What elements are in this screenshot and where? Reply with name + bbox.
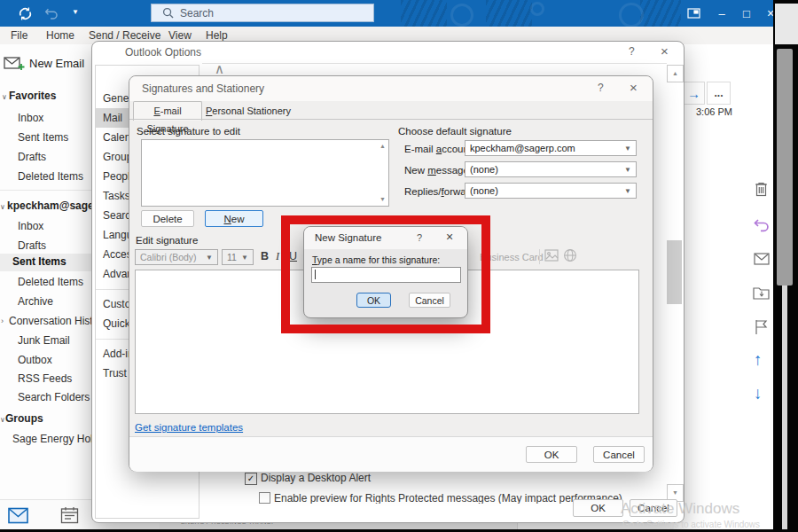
more-icon: ... (714, 87, 723, 99)
italic-button[interactable]: I (276, 250, 279, 263)
font-name-combo[interactable]: Calibri (Body) ▼ (135, 249, 218, 265)
email-account-combo[interactable]: kpeckham@sagerp.com ▼ (465, 140, 637, 156)
new-email-icon (4, 55, 25, 73)
options-ok-button[interactable]: OK (573, 499, 623, 517)
font-size-combo[interactable]: 11 ▼ (222, 249, 254, 265)
tab-view[interactable]: View (168, 29, 192, 42)
bold-button[interactable]: B (261, 250, 269, 262)
tab-home[interactable]: Home (46, 29, 74, 42)
sidebar-item-sent-items[interactable]: Sent Items (18, 131, 68, 144)
delete-signature-button[interactable]: Delete (141, 210, 194, 227)
expand-caret-icon[interactable]: › (1, 317, 4, 325)
favorites-header[interactable]: Favorites (9, 90, 56, 102)
sidebar-item-sent-items-selected[interactable]: Sent Items (12, 255, 66, 268)
tab-file[interactable]: File (11, 29, 27, 42)
combo-caret-icon: ▼ (206, 254, 213, 262)
tab-divider (129, 119, 653, 120)
delete-message-icon[interactable] (754, 181, 769, 197)
nav-calendar-icon[interactable] (60, 506, 79, 524)
font-size-value: 11 (227, 252, 241, 262)
tab-send-receive[interactable]: Send / Receive (89, 29, 160, 42)
groups-header[interactable]: Groups (5, 412, 43, 425)
forward-button[interactable]: → (683, 82, 705, 105)
search-icon (162, 7, 174, 19)
signature-templates-link[interactable]: Get signature templates (135, 422, 243, 433)
signatures-help-icon[interactable]: ? (598, 82, 604, 94)
new-signature-button[interactable]: New (205, 210, 263, 227)
nav-mail-icon[interactable] (8, 507, 29, 524)
scrollbar-thumb[interactable] (777, 49, 793, 286)
replies-forwards-value: (none) (470, 185, 624, 196)
options-content-edge (202, 63, 667, 64)
quick-access-caret-icon[interactable]: ▼ (72, 8, 79, 16)
sidebar-item-drafts[interactable]: Drafts (18, 151, 46, 163)
send-receive-icon[interactable] (18, 6, 33, 21)
tab-personal-stationery[interactable]: Personal Stationery (206, 103, 291, 120)
desktop-alert-checkbox[interactable]: ✓ (245, 473, 257, 485)
move-to-folder-icon[interactable] (753, 286, 770, 300)
rights-preview-label: Enable preview for Rights Protected mess… (274, 492, 622, 504)
sidebar-item-archive[interactable]: Archive (18, 295, 53, 308)
signatures-dialog-title: Signatures and Stationery (142, 82, 264, 95)
signatures-close-icon[interactable]: × (630, 80, 638, 95)
titlebar: ▼ Search – □ × (0, 0, 773, 27)
forward-arrow-icon: → (687, 86, 700, 101)
options-scrollbar-thumb[interactable] (667, 240, 682, 304)
undo-action-icon[interactable] (753, 218, 770, 233)
sidebar-item-inbox-2[interactable]: Inbox (18, 220, 43, 232)
signatures-cancel-button[interactable]: Cancel (593, 446, 645, 463)
tab-help[interactable]: Help (206, 29, 228, 42)
combo-caret-icon: ▼ (624, 145, 631, 153)
replies-forwards-combo[interactable]: (none) ▼ (465, 183, 637, 199)
previous-item-icon[interactable]: ↑ (754, 351, 763, 368)
highlight-frame (281, 215, 490, 333)
minimize-button[interactable]: – (709, 0, 734, 27)
insert-picture-icon[interactable] (544, 249, 559, 262)
btn-accel: N (223, 214, 231, 224)
search-input[interactable]: Search (151, 4, 374, 22)
sidebar-item-deleted-items-2[interactable]: Deleted Items (18, 276, 83, 288)
titlebar-pattern (486, 0, 532, 27)
signatures-ok-button[interactable]: OK (526, 446, 577, 463)
listbox-scroll-up-icon[interactable]: ▲ (379, 143, 386, 150)
btn-rest: ew (231, 214, 245, 224)
sidebar-item-search-folders[interactable]: Search Folders (18, 391, 90, 403)
collapse-caret-icon[interactable]: ∨ (2, 93, 7, 101)
desktop-alert-label: Display a Desktop Alert (261, 472, 371, 484)
more-actions-button[interactable]: ... (707, 82, 731, 105)
collapse-caret-icon[interactable]: ∨ (0, 203, 5, 211)
toolbar-separator (539, 249, 540, 264)
listbox-scroll-down-icon[interactable]: ▼ (379, 196, 386, 203)
collapse-caret-icon[interactable]: ∨ (0, 416, 5, 424)
options-close-icon[interactable]: × (661, 43, 669, 59)
sidebar-item-rss-feeds[interactable]: RSS Feeds (18, 372, 72, 385)
scrollbar-track[interactable] (782, 286, 787, 529)
sidebar-item-outbox[interactable]: Outbox (18, 354, 52, 366)
rights-preview-checkbox[interactable] (259, 492, 270, 504)
sidebar-item-junk-email[interactable]: Junk Email (18, 334, 70, 347)
mail-unread-icon[interactable] (754, 253, 770, 265)
options-help-icon[interactable]: ? (629, 45, 635, 58)
search-placeholder: Search (180, 7, 214, 20)
tab-email-signature[interactable]: E-mail Signature (133, 101, 202, 121)
next-item-icon[interactable]: ↓ (754, 385, 763, 402)
screen: ▼ Search – □ × File Home Sen (0, 0, 798, 532)
sidebar-item-drafts-2[interactable]: Drafts (18, 239, 46, 252)
titlebar-pattern (530, 2, 544, 16)
maximize-button[interactable]: □ (734, 0, 759, 27)
email-account-value: kpeckham@sagerp.com (470, 143, 624, 153)
sidebar-item-deleted-items[interactable]: Deleted Items (18, 170, 83, 183)
flag-icon[interactable] (755, 319, 768, 335)
signature-listbox[interactable]: ▲ ▼ (141, 139, 389, 207)
scroll-up-button[interactable]: ▲ (667, 65, 684, 82)
new-messages-combo[interactable]: (none) ▼ (465, 161, 637, 177)
sidebar-item-inbox[interactable]: Inbox (18, 112, 43, 124)
close-button[interactable]: × (758, 0, 773, 27)
choose-default-label: Choose default signature (398, 126, 512, 137)
new-email-button[interactable]: New Email (29, 57, 84, 70)
layout-toggle-icon[interactable] (681, 0, 706, 27)
titlebar-pattern (619, 3, 644, 27)
undo-icon[interactable] (44, 7, 59, 20)
titlebar-pattern (450, 4, 473, 27)
insert-hyperlink-icon[interactable] (563, 248, 577, 262)
